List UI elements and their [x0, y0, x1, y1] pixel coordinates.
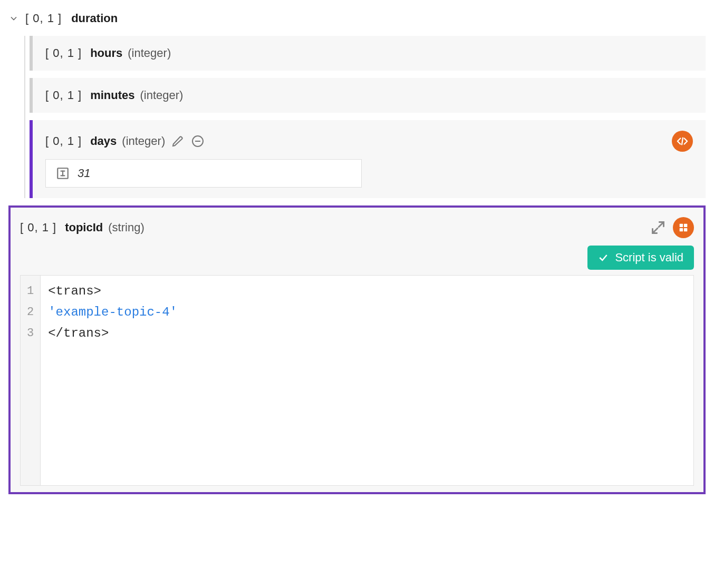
node-type-days: (integer)	[122, 134, 165, 148]
status-text: Script is valid	[615, 251, 683, 264]
check-icon	[598, 252, 609, 263]
svg-rect-9	[680, 228, 683, 231]
node-type-minutes: (integer)	[140, 89, 184, 102]
tree-node-hours[interactable]: [ 0, 1 ] hours (integer)	[30, 36, 706, 71]
node-name-hours: hours	[90, 46, 122, 60]
node-type-hours: (integer)	[128, 46, 171, 60]
tree-node-minutes[interactable]: [ 0, 1 ] minutes (integer)	[30, 78, 706, 113]
cardinality: [ 0, 1 ]	[45, 89, 82, 102]
code-line-2: 'example-topic-4'	[48, 305, 177, 319]
duration-children: [ 0, 1 ] hours (integer) [ 0, 1 ] minute…	[24, 36, 706, 198]
text-type-icon	[55, 166, 70, 181]
chevron-down-icon[interactable]	[8, 13, 19, 24]
script-editor[interactable]: 1 2 3 <trans> 'example-topic-4' </trans>	[20, 275, 694, 486]
line-number: 1	[27, 281, 34, 302]
svg-rect-6	[61, 175, 65, 176]
cardinality: [ 0, 1 ]	[20, 221, 56, 234]
script-valid-badge: Script is valid	[587, 246, 694, 270]
code-toggle-button[interactable]	[672, 131, 693, 152]
svg-rect-10	[684, 228, 687, 231]
edit-icon[interactable]	[170, 134, 185, 149]
node-name-minutes: minutes	[90, 89, 134, 102]
svg-line-2	[682, 138, 683, 145]
line-number: 3	[27, 323, 34, 344]
tree-node-topicid: [ 0, 1 ] topicId (string) Script	[8, 205, 706, 494]
code-area[interactable]: <trans> 'example-topic-4' </trans>	[41, 276, 693, 485]
tree-panel: [ 0, 1 ] duration [ 0, 1 ] hours (intege…	[0, 0, 714, 503]
node-name-duration: duration	[71, 12, 118, 25]
cardinality: [ 0, 1 ]	[45, 46, 82, 60]
tree-node-days[interactable]: [ 0, 1 ] days (integer)	[30, 120, 706, 198]
node-name-days: days	[90, 134, 117, 148]
cardinality: [ 0, 1 ]	[25, 12, 62, 25]
cardinality: [ 0, 1 ]	[45, 134, 82, 148]
days-value: 31	[78, 166, 90, 180]
node-type-topicid: (string)	[108, 221, 144, 234]
tree-node-duration[interactable]: [ 0, 1 ] duration	[8, 8, 706, 28]
remove-icon[interactable]	[190, 134, 205, 149]
code-line-3: </trans>	[48, 326, 109, 340]
line-number: 2	[27, 302, 34, 323]
svg-rect-5	[61, 171, 65, 172]
days-value-input[interactable]: 31	[45, 159, 362, 188]
node-name-topicid: topicId	[65, 221, 103, 234]
expand-icon[interactable]	[651, 220, 665, 235]
grid-toggle-button[interactable]	[673, 217, 694, 238]
svg-rect-8	[684, 224, 687, 227]
line-gutter: 1 2 3	[21, 276, 41, 485]
svg-rect-7	[680, 224, 683, 227]
code-line-1: <trans>	[48, 284, 101, 298]
